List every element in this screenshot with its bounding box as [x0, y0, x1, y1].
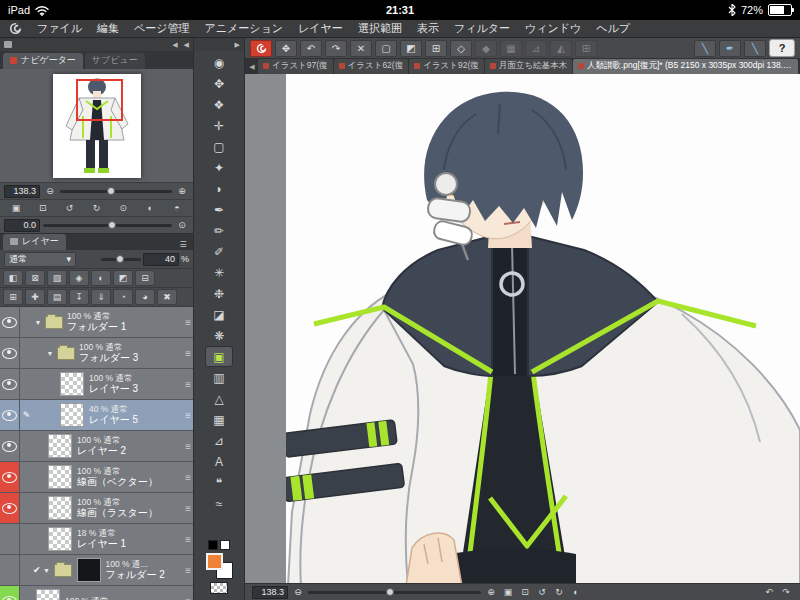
navigator-rotation-value[interactable]: 0.0 — [4, 219, 40, 232]
navigator-preview-area[interactable] — [0, 69, 193, 182]
panel-grid-icon[interactable] — [4, 41, 12, 48]
selection-launcher-button[interactable]: ⊞ — [425, 40, 447, 57]
invert-selection-button[interactable]: ◩ — [400, 40, 422, 57]
layer-row-2[interactable]: ▼100 % 通常フォルダー 3≡ — [0, 338, 193, 369]
layer-row-7[interactable]: 100 % 通常線画（ラスター）≡ — [0, 493, 193, 524]
zoom-in-icon[interactable]: ⊕ — [175, 185, 189, 198]
collapse-panel-icon-2[interactable]: ◀ — [184, 38, 189, 51]
menu-item-page-management[interactable]: ページ管理 — [134, 21, 190, 36]
canvas-rotate-left-icon[interactable]: ↺ — [535, 586, 549, 599]
reference-layer-button[interactable]: ◈ — [69, 270, 89, 286]
document-tab-4[interactable]: 月面立ち絵基本木 — [485, 59, 572, 74]
tab-subview[interactable]: サブビュー — [85, 53, 145, 69]
frame-border-tool[interactable]: ▦ — [205, 409, 233, 430]
drag-handle-icon[interactable]: ≡ — [185, 472, 191, 483]
layer-thumbnail[interactable] — [60, 372, 84, 396]
mesh-transform-button[interactable]: ▦ — [500, 40, 522, 57]
stylus-tilt-button[interactable]: ╲ — [744, 40, 766, 57]
layer-visibility-cell[interactable] — [0, 586, 20, 600]
layer-visibility-cell[interactable] — [0, 493, 20, 523]
canvas-zoom-in-icon[interactable]: ⊕ — [484, 586, 498, 599]
scale-rotate-button[interactable]: ◇ — [450, 40, 472, 57]
menu-item-file[interactable]: ファイル — [37, 21, 82, 36]
figure-tool[interactable]: △ — [205, 388, 233, 409]
layer-thumbnail[interactable] — [48, 434, 72, 458]
clip-to-layer-below-button[interactable]: ◧ — [3, 270, 23, 286]
opacity-value[interactable]: 40 — [143, 253, 179, 266]
layer-row-10[interactable]: 100 % 通常≡ — [0, 586, 193, 600]
operation-tool[interactable]: ❖ — [205, 94, 233, 115]
layer-panel-menu-icon[interactable]: ☰ — [176, 239, 190, 250]
drag-handle-icon[interactable]: ≡ — [185, 534, 191, 545]
canvas-flip-icon[interactable]: ◐ — [569, 586, 583, 599]
reset-rotation-icon[interactable]: ⊙ — [116, 202, 130, 215]
drag-handle-icon[interactable]: ≡ — [185, 348, 191, 359]
layer-row-4[interactable]: ✎40 % 通常レイヤー 5≡ — [0, 400, 193, 431]
navigator-rotation-slider[interactable] — [43, 224, 172, 227]
canvas-zoom-value[interactable]: 138.3 — [252, 586, 288, 599]
drag-handle-icon[interactable]: ≡ — [185, 317, 191, 328]
collapse-panel-icon[interactable]: ◀ — [172, 38, 177, 51]
snap-to-ruler-button[interactable]: ⊿ — [525, 40, 547, 57]
layer-thumbnail[interactable] — [77, 558, 101, 582]
layer-visibility-cell[interactable] — [0, 307, 20, 337]
rotation-reset-icon[interactable]: ⊙ — [175, 219, 189, 232]
apply-mask-button[interactable]: ◕ — [135, 289, 155, 305]
eyedropper-tool[interactable]: ◗ — [205, 178, 233, 199]
active-document-tab[interactable]: 人類讃歌.png[復元]* (B5 2150 x 3035px 300dpi 1… — [573, 59, 798, 74]
blend-mode-select[interactable]: 通常 ▾ — [4, 252, 76, 267]
new-raster-layer-button[interactable]: ⊞ — [3, 289, 23, 305]
zoom-tool[interactable]: ◉ — [205, 52, 233, 73]
menu-item-help[interactable]: ヘルプ — [596, 21, 630, 36]
transparent-color-swatch[interactable] — [210, 582, 228, 594]
help-button[interactable]: ? — [769, 39, 795, 57]
pen-nib-button[interactable]: ✒ — [719, 40, 741, 57]
menu-item-filter[interactable]: フィルター — [454, 21, 510, 36]
drag-handle-icon[interactable]: ≡ — [185, 379, 191, 390]
pencil-tool[interactable]: ✏ — [205, 220, 233, 241]
text-tool[interactable]: A — [205, 451, 233, 472]
brush-tool[interactable]: ✐ — [205, 241, 233, 262]
move-tool[interactable]: ✥ — [205, 73, 233, 94]
clip-studio-logo-button[interactable] — [250, 40, 272, 57]
layer-thumbnail[interactable] — [48, 527, 72, 551]
visibility-eye-icon[interactable] — [2, 596, 17, 600]
undo-button[interactable]: ↶ — [300, 40, 322, 57]
merge-with-lower-layer-button[interactable]: ⇓ — [91, 289, 111, 305]
canvas-zoom-slider[interactable] — [308, 591, 481, 594]
canvas-rotate-right-icon[interactable]: ↻ — [552, 586, 566, 599]
canvas-zoom-out-icon[interactable]: ⊖ — [291, 586, 305, 599]
white-color-chip[interactable] — [220, 540, 230, 550]
flip-horizontal-icon[interactable]: ◐ — [143, 202, 157, 215]
main-color-swatch[interactable] — [206, 553, 223, 570]
fill-tool[interactable]: ▣ — [205, 346, 233, 367]
rotate-left-icon[interactable]: ↺ — [63, 202, 77, 215]
visibility-eye-icon[interactable] — [2, 317, 17, 328]
tab-scroll-left-icon[interactable]: ◀ — [247, 63, 257, 71]
decoration-tool[interactable]: ❉ — [205, 283, 233, 304]
actual-size-icon[interactable]: ⊡ — [36, 202, 50, 215]
tab-navigator[interactable]: ナビゲーター — [3, 53, 83, 69]
layer-row-8[interactable]: 18 % 通常レイヤー 1≡ — [0, 524, 193, 555]
snap-to-grid-button[interactable]: ⊞ — [575, 40, 597, 57]
black-color-chip[interactable] — [208, 540, 218, 550]
airbrush-tool[interactable]: ✳ — [205, 262, 233, 283]
layer-visibility-cell[interactable] — [0, 555, 20, 585]
rotate-right-icon[interactable]: ↻ — [89, 202, 103, 215]
ruler-tool[interactable]: ⊿ — [205, 430, 233, 451]
layer-visibility-cell[interactable] — [0, 338, 20, 368]
navigator-thumbnail[interactable] — [53, 74, 141, 178]
canvas-redo-icon[interactable]: ↷ — [779, 586, 793, 599]
free-transform-button[interactable]: ◆ — [475, 40, 497, 57]
layer-row-5[interactable]: 100 % 通常レイヤー 2≡ — [0, 431, 193, 462]
draft-layer-button[interactable]: ◐ — [91, 270, 111, 286]
visibility-eye-icon[interactable] — [2, 503, 17, 514]
pen-tool[interactable]: ✒ — [205, 199, 233, 220]
drag-handle-icon[interactable]: ≡ — [185, 441, 191, 452]
stylus-pressure-button[interactable]: ╲ — [694, 40, 716, 57]
auto-select-tool[interactable]: ✦ — [205, 157, 233, 178]
new-folder-button[interactable]: ▤ — [47, 289, 67, 305]
menu-item-edit[interactable]: 編集 — [97, 21, 119, 36]
document-tab-2[interactable]: イラスト62(復 — [334, 59, 409, 74]
canvas-undo-icon[interactable]: ↶ — [762, 586, 776, 599]
